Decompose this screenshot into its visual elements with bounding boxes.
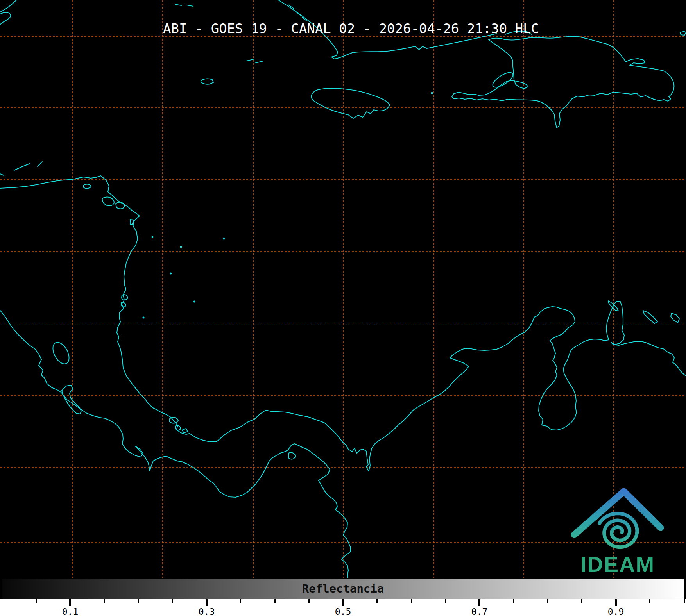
island-outline [170, 418, 178, 423]
tick-label: 0.9 [608, 607, 624, 616]
ideam-logo: IDEAM [574, 491, 661, 577]
minor-tick-mark [138, 599, 139, 603]
minor-tick-mark [308, 599, 310, 603]
coastline-path [311, 88, 390, 118]
island-outline [182, 429, 188, 433]
minor-tick-mark [274, 599, 276, 603]
tick-label: 0.7 [471, 607, 488, 616]
island-outline [187, 5, 193, 6]
graticule-grid [0, 0, 686, 578]
small-island-dot [152, 236, 154, 238]
island-outline [643, 311, 657, 323]
minor-tick-mark [581, 599, 582, 603]
lake-outline [50, 340, 72, 367]
major-tick-mark [69, 599, 71, 606]
colorbar: Reflectancia [2, 578, 684, 599]
island-outline [201, 79, 213, 84]
colorbar-axis: 0.10.30.50.70.9 [0, 599, 686, 616]
island-outline [256, 61, 262, 63]
minor-tick-mark [445, 599, 446, 603]
island-outline [288, 452, 296, 459]
satellite-map: IDEAM [0, 0, 686, 578]
island-outline [14, 164, 30, 170]
island-outline [38, 162, 42, 166]
major-tick-mark [206, 599, 208, 606]
tick-label: 0.1 [62, 607, 79, 616]
ideam-logo-text: IDEAM [580, 552, 655, 577]
minor-tick-mark [376, 599, 378, 603]
satellite-image-viewer: IDEAM ABI - GOES 19 - CANAL 02 - 2026-04… [0, 0, 686, 616]
island-outline [116, 202, 125, 209]
major-tick-mark [342, 599, 344, 606]
island-outline [680, 32, 686, 35]
small-island-dot [180, 246, 182, 248]
small-island-dot [143, 317, 145, 319]
coastline-path [452, 36, 674, 128]
minor-tick-mark [684, 599, 685, 603]
small-island-dot [170, 273, 172, 275]
tick-label: 0.3 [199, 607, 215, 616]
island-outline [84, 184, 91, 189]
minor-tick-mark [513, 599, 514, 603]
island-outline [493, 73, 513, 87]
island-outline [102, 197, 114, 206]
tick-label: 0.5 [335, 607, 351, 616]
small-island-dot [431, 92, 433, 94]
minor-tick-mark [649, 599, 650, 603]
minor-tick-mark [36, 599, 37, 603]
island-outline [246, 59, 253, 61]
island-outline [671, 313, 679, 323]
major-tick-mark [478, 599, 480, 606]
minor-tick-mark [547, 599, 548, 603]
island-outline [296, 12, 301, 16]
coastline-path [0, 0, 16, 12]
minor-tick-mark [104, 599, 105, 603]
coastline-path [62, 385, 81, 414]
small-island-dot [193, 301, 195, 303]
hurricane-spiral-icon [600, 513, 637, 547]
small-island-dot [223, 238, 225, 240]
island-outline [0, 174, 4, 175]
island-outline [175, 4, 181, 5]
major-tick-mark [615, 599, 617, 606]
coastline-path [0, 310, 351, 578]
colorbar-label: Reflectancia [302, 582, 384, 595]
minor-tick-mark [411, 599, 412, 603]
coastline-path [0, 12, 11, 25]
minor-tick-mark [240, 599, 241, 603]
image-title: ABI - GOES 19 - CANAL 02 - 2026-04-26 21… [163, 21, 539, 36]
minor-tick-mark [172, 599, 173, 603]
